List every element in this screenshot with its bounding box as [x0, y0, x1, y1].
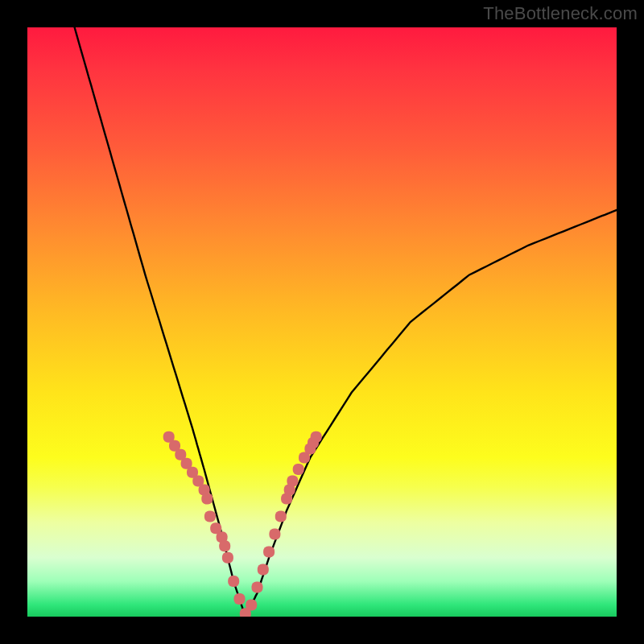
highlight-marker: [252, 581, 263, 592]
watermark-text: TheBottleneck.com: [483, 3, 638, 24]
highlight-marker: [228, 576, 239, 587]
plot-area: [27, 27, 617, 617]
highlight-marker: [204, 511, 216, 522]
highlight-marker: [311, 431, 322, 443]
highlight-marker: [222, 552, 233, 564]
highlight-marker: [234, 593, 246, 605]
highlight-marker: [201, 493, 213, 505]
highlight-marker: [246, 599, 257, 610]
highlight-marker: [269, 529, 280, 540]
highlight-marker: [275, 511, 287, 522]
highlight-marker: [258, 564, 269, 575]
bottleneck-curve-svg: [27, 27, 617, 617]
highlight-markers: [163, 431, 322, 617]
bottleneck-curve-line: [75, 27, 617, 617]
highlight-marker: [219, 540, 230, 551]
highlight-marker: [293, 464, 304, 475]
highlight-marker: [287, 476, 298, 487]
highlight-marker: [263, 547, 275, 558]
chart-frame: TheBottleneck.com: [0, 0, 644, 644]
